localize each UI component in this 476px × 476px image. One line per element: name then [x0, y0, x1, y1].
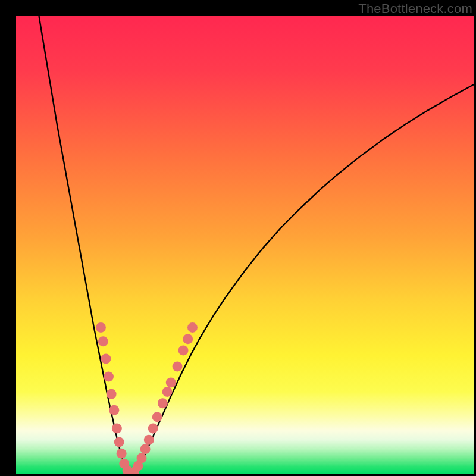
- curve-marker: [183, 334, 193, 344]
- curve-marker: [112, 424, 122, 434]
- curve-marker: [96, 322, 106, 333]
- curve-marker: [187, 322, 198, 333]
- curve-line: [39, 16, 475, 474]
- curve-marker: [117, 449, 127, 459]
- curve-marker: [173, 362, 183, 372]
- curve-marker: [152, 412, 162, 422]
- curve-marker: [140, 444, 151, 454]
- curve-marker: [178, 346, 189, 356]
- curve-marker: [144, 435, 154, 445]
- curve-marker: [109, 405, 119, 415]
- curve-marker: [104, 371, 114, 381]
- curve-marker: [107, 389, 117, 399]
- watermark-text: TheBottleneck.com: [358, 1, 472, 17]
- curve-marker: [101, 353, 111, 364]
- chart-frame: TheBottleneck.com: [0, 0, 476, 476]
- curve-marker: [158, 398, 168, 408]
- curve-marker: [162, 387, 173, 397]
- curve-markers: [96, 322, 198, 474]
- bottleneck-curve: [16, 16, 474, 474]
- curve-marker: [148, 424, 158, 434]
- curve-marker: [114, 437, 124, 447]
- curve-marker: [136, 453, 146, 464]
- curve-marker: [98, 336, 108, 346]
- curve-marker: [166, 378, 176, 388]
- plot-area: [16, 16, 474, 474]
